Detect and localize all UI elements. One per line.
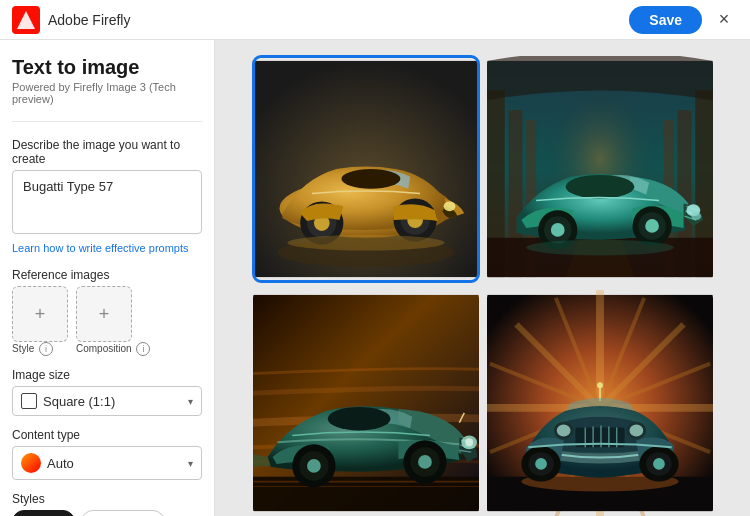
composition-info-icon[interactable]: i — [136, 342, 150, 356]
header-left: Adobe Firefly — [12, 6, 130, 34]
svg-point-41 — [327, 407, 390, 431]
prompt-section: Describe the image you want to create Bu… — [12, 138, 202, 256]
square-icon — [21, 393, 37, 409]
composition-ref-section: + Composition i — [76, 286, 150, 356]
plus-icon: + — [35, 304, 46, 325]
svg-point-34 — [691, 212, 701, 220]
add-composition-reference-button[interactable]: + — [76, 286, 132, 342]
svg-point-77 — [556, 425, 570, 437]
content-type-select[interactable]: Auto ▾ — [12, 446, 202, 480]
prompt-input[interactable]: Bugatti Type 57 — [12, 170, 202, 234]
svg-point-44 — [307, 459, 321, 473]
sidebar: Text to image Powered by Firefly Image 3… — [0, 40, 215, 516]
save-button[interactable]: Save — [629, 6, 702, 34]
style-ref-section: + Style i — [12, 286, 68, 356]
adobe-logo-icon — [12, 6, 40, 34]
svg-marker-0 — [17, 11, 35, 29]
svg-point-69 — [597, 382, 603, 388]
content-type-section: Content type Auto ▾ — [12, 428, 202, 480]
image-size-label: Image size — [12, 368, 202, 382]
image-cell-2[interactable] — [487, 56, 713, 282]
style-label-text: Style — [12, 343, 34, 354]
chevron-down-icon-2: ▾ — [188, 458, 193, 469]
image-size-select-left: Square (1:1) — [21, 393, 115, 409]
styles-tabs: Popular Movements Themes — [12, 510, 202, 516]
styles-label: Styles — [12, 492, 202, 506]
svg-point-75 — [653, 458, 665, 470]
style-info-icon[interactable]: i — [39, 342, 53, 356]
header-right: Save × — [629, 6, 738, 34]
svg-point-11 — [443, 201, 455, 211]
image-cell-4[interactable] — [487, 290, 713, 516]
image-cell-1[interactable] — [253, 56, 479, 282]
learn-link[interactable]: Learn how to write effective prompts — [12, 242, 189, 254]
auto-icon — [21, 453, 41, 473]
content-type-value: Auto — [47, 456, 74, 471]
svg-point-49 — [465, 438, 473, 446]
image-grid — [253, 56, 713, 516]
prompt-label: Describe the image you want to create — [12, 138, 202, 166]
chevron-down-icon: ▾ — [188, 396, 193, 407]
reference-images-container: + Style i + Composition i — [12, 286, 202, 356]
composition-label: Composition i — [76, 342, 150, 356]
svg-point-47 — [418, 455, 432, 469]
content-type-label: Content type — [12, 428, 202, 442]
svg-point-79 — [629, 425, 643, 437]
image-size-value: Square (1:1) — [43, 394, 115, 409]
svg-point-35 — [526, 240, 673, 256]
image-size-select[interactable]: Square (1:1) ▾ — [12, 386, 202, 416]
sidebar-header: Text to image Powered by Firefly Image 3… — [12, 56, 202, 105]
header: Adobe Firefly Save × — [0, 0, 750, 40]
content-type-select-left: Auto — [21, 453, 74, 473]
style-label: Style i — [12, 342, 68, 356]
image-size-section: Image size Square (1:1) ▾ — [12, 368, 202, 416]
add-style-reference-button[interactable]: + — [12, 286, 68, 342]
image-cell-3[interactable] — [253, 290, 479, 516]
close-button[interactable]: × — [710, 6, 738, 34]
content-area — [215, 40, 750, 516]
svg-point-72 — [535, 458, 547, 470]
app-title: Adobe Firefly — [48, 12, 130, 28]
composition-label-text: Composition — [76, 343, 132, 354]
reference-images-section: Reference images + Style i + — [12, 268, 202, 356]
svg-point-26 — [565, 175, 634, 199]
styles-section: Styles Popular Movements Themes — [12, 492, 202, 516]
svg-point-4 — [341, 169, 400, 189]
divider-1 — [12, 121, 202, 122]
svg-point-32 — [645, 219, 659, 233]
tab-popular[interactable]: Popular — [12, 510, 75, 516]
svg-point-12 — [287, 235, 444, 251]
page-title: Text to image — [12, 56, 202, 79]
reference-images-label: Reference images — [12, 268, 202, 282]
tab-movements[interactable]: Movements — [81, 510, 165, 516]
svg-point-29 — [550, 223, 564, 237]
plus-icon-2: + — [99, 304, 110, 325]
page-subtitle: Powered by Firefly Image 3 (Tech preview… — [12, 81, 202, 105]
main-layout: Text to image Powered by Firefly Image 3… — [0, 40, 750, 516]
